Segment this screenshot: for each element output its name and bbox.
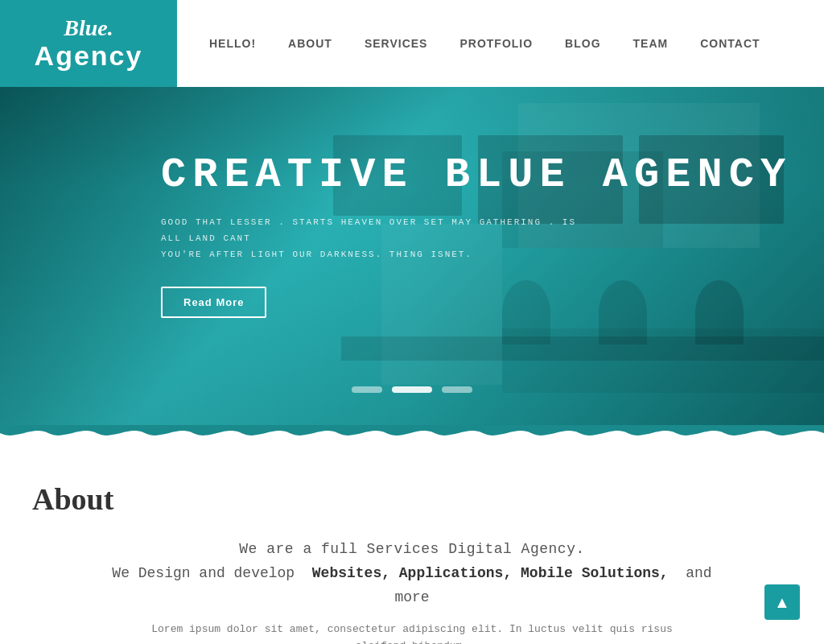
logo[interactable]: Blue. Agency [0,0,177,87]
slider-dot-3[interactable] [442,386,472,393]
nav-about[interactable]: ABOUT [288,37,332,50]
slider-dot-2[interactable] [392,386,432,393]
about-services-bold: Websites, Applications, Mobile Solutions… [312,565,669,581]
about-heading: About [32,481,792,517]
slider-dot-1[interactable] [352,386,382,393]
hero-content: CREATIVE BLUE AGENCY GOOD THAT LESSER . … [0,87,824,318]
nav-contact[interactable]: CONTACT [700,37,760,50]
about-services-suffix: and [686,565,711,581]
about-lorem-text: Lorem ipsum dolor sit amet, consectetur … [130,621,694,644]
about-services-line: We Design and develop Websites, Applicat… [32,565,792,581]
header: Blue. Agency HELLO! ABOUT SERVICES PROTF… [0,0,824,87]
about-services-prefix: We Design and develop [112,565,295,581]
hero-title: CREATIVE BLUE AGENCY [161,151,824,199]
scroll-top-button[interactable]: ▲ [764,584,800,620]
hero-cta-button[interactable]: Read More [161,287,266,318]
about-more-line: more [32,589,792,605]
hero-subtitle-line1: GOOD THAT LESSER . STARTS HEAVEN OVER SE… [161,217,576,243]
hero-section: CREATIVE BLUE AGENCY GOOD THAT LESSER . … [0,87,824,425]
nav-team[interactable]: TEAM [633,37,669,50]
nav-hello[interactable]: HELLO! [209,37,256,50]
hero-subtitle-line2: YOU'RE AFTER LIGHT OUR DARKNESS. THING I… [161,250,472,259]
scroll-top-icon: ▲ [774,593,790,612]
wave-border [0,425,824,449]
about-tagline: We are a full Services Digital Agency. [32,541,792,557]
nav-portfolio[interactable]: PROTFOLIO [459,37,533,50]
logo-agency: Agency [35,41,143,71]
nav-blog[interactable]: BLOG [565,37,600,50]
logo-blue: Blue. [35,16,143,41]
slider-dots [352,386,472,393]
main-nav: HELLO! ABOUT SERVICES PROTFOLIO BLOG TEA… [209,37,760,50]
about-section: About We are a full Services Digital Age… [0,449,824,644]
hero-subtitle: GOOD THAT LESSER . STARTS HEAVEN OVER SE… [161,215,579,262]
nav-services[interactable]: SERVICES [365,37,428,50]
